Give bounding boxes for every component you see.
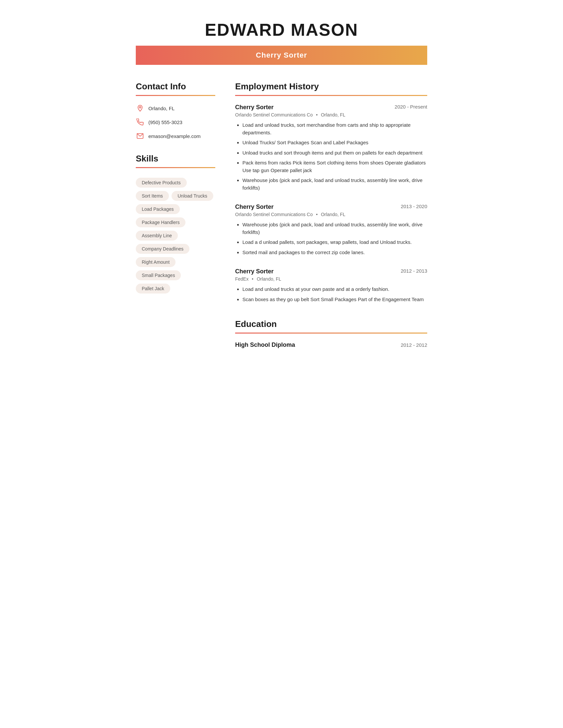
employment-section-title: Employment History — [235, 81, 427, 92]
entry-2-company: Orlando Sentinel Communications Co • Orl… — [235, 212, 427, 217]
location-icon — [136, 104, 144, 113]
email-icon — [136, 132, 144, 140]
job-title: Cherry Sorter — [256, 51, 307, 59]
skill-tag: Sort Items — [136, 191, 169, 201]
employment-entry-1: Cherry Sorter 2020 - Present Orlando Sen… — [235, 104, 427, 192]
sidebar: Contact Info Orlando, FL — [136, 81, 215, 364]
employment-entry-2: Cherry Sorter 2013 - 2020 Orlando Sentin… — [235, 204, 427, 256]
entry-1-date: 2020 - Present — [395, 104, 427, 110]
entry-2-bullets: Warehouse jobs (pick and pack, load and … — [235, 221, 427, 256]
skill-tag: Load Packages — [136, 204, 180, 214]
bullet-item: Warehouse jobs (pick and pack, load and … — [242, 177, 427, 192]
entry-3-title: Cherry Sorter — [235, 268, 273, 275]
entry-3-bullets: Load and unload trucks at your own paste… — [235, 286, 427, 303]
skills-section: Skills Defective Products Sort Items Unl… — [136, 154, 215, 295]
skill-tag: Package Handlers — [136, 217, 185, 227]
entry-3-date: 2012 - 2013 — [401, 268, 427, 274]
skill-tag: Defective Products — [136, 178, 187, 188]
entry-2-date: 2013 - 2020 — [401, 204, 427, 209]
skill-tag: Pallet Jack — [136, 284, 170, 294]
employment-section: Employment History Cherry Sorter 2020 - … — [235, 81, 427, 303]
entry-1-company: Orlando Sentinel Communications Co • Orl… — [235, 112, 427, 117]
bullet-item: Unload trucks and sort through items and… — [242, 149, 427, 157]
candidate-name: EDWARD MASON — [136, 20, 427, 40]
education-entry-1: High School Diploma 2012 - 2012 — [235, 341, 427, 348]
skill-tag: Right Amount — [136, 257, 175, 267]
skill-tag: Small Packages — [136, 270, 181, 280]
phone-icon — [136, 118, 144, 126]
job-title-bar: Cherry Sorter — [136, 46, 427, 65]
education-section-title: Education — [235, 319, 427, 329]
bullet-item: Unload Trucks/ Sort Packages Scan and La… — [242, 139, 427, 147]
contact-section: Contact Info Orlando, FL — [136, 81, 215, 140]
education-divider — [235, 333, 427, 334]
skills-tags: Defective Products Sort Items Unload Tru… — [136, 176, 215, 295]
resume-header: EDWARD MASON — [136, 20, 427, 40]
contact-section-title: Contact Info — [136, 81, 215, 92]
bullet-item: Load and unload trucks at your own paste… — [242, 286, 427, 293]
contact-email: emason@example.com — [136, 132, 215, 140]
contact-email-value: emason@example.com — [148, 133, 201, 139]
entry-1-title: Cherry Sorter — [235, 104, 273, 111]
bullet-item: Scan boxes as they go up belt Sort Small… — [242, 296, 427, 303]
bullet-item: Warehouse jobs (pick and pack, load and … — [242, 221, 427, 236]
svg-point-0 — [139, 107, 141, 108]
employment-divider — [235, 95, 427, 96]
main-content: Employment History Cherry Sorter 2020 - … — [235, 81, 427, 364]
skill-tag: Assembly Line — [136, 231, 178, 241]
edu-1-date: 2012 - 2012 — [401, 342, 427, 348]
contact-divider — [136, 95, 215, 96]
contact-location-value: Orlando, FL — [148, 106, 174, 111]
bullet-item: Load a d unload pallets, sort packages, … — [242, 239, 427, 246]
bullet-item: Load and unload trucks, sort merchandise… — [242, 121, 427, 136]
contact-location: Orlando, FL — [136, 104, 215, 113]
entry-2-title: Cherry Sorter — [235, 204, 273, 210]
skill-tag: Company Deadlines — [136, 244, 189, 254]
employment-entry-3: Cherry Sorter 2012 - 2013 FedEx • Orland… — [235, 268, 427, 303]
edu-1-title: High School Diploma — [235, 341, 295, 348]
contact-phone: (950) 555-3023 — [136, 118, 215, 126]
bullet-item: Pack items from racks Pick items Sort cl… — [242, 159, 427, 174]
skills-divider — [136, 167, 215, 168]
entry-3-company: FedEx • Orlando, FL — [235, 276, 427, 282]
skills-section-title: Skills — [136, 154, 215, 164]
contact-phone-value: (950) 555-3023 — [148, 119, 182, 125]
education-section: Education High School Diploma 2012 - 201… — [235, 319, 427, 348]
bullet-item: Sorted mail and packages to the correct … — [242, 249, 427, 256]
entry-1-bullets: Load and unload trucks, sort merchandise… — [235, 121, 427, 192]
skill-tag: Unload Trucks — [171, 191, 213, 201]
